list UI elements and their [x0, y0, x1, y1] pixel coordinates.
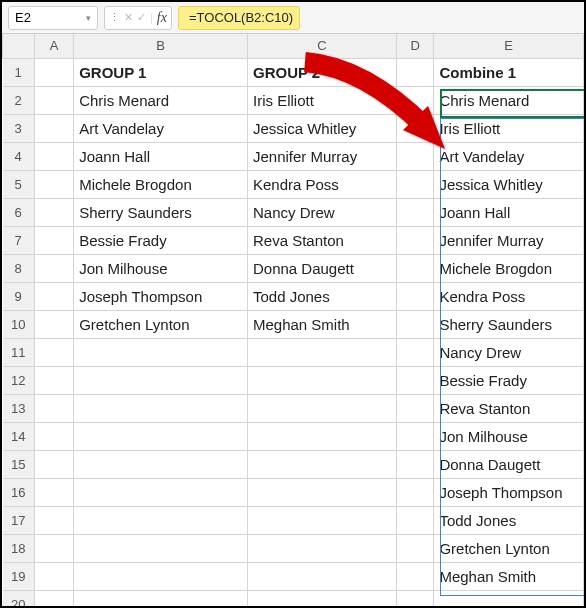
cell-E16[interactable]: Joseph Thompson — [434, 478, 584, 506]
cell-A14[interactable] — [34, 422, 73, 450]
cell-C4[interactable]: Jennifer Murray — [247, 142, 396, 170]
cell-B15[interactable] — [74, 450, 248, 478]
cell-A17[interactable] — [34, 506, 73, 534]
cell-D12[interactable] — [396, 366, 433, 394]
row-header-1[interactable]: 1 — [3, 58, 35, 86]
cell-D13[interactable] — [396, 394, 433, 422]
cell-D11[interactable] — [396, 338, 433, 366]
cell-D15[interactable] — [396, 450, 433, 478]
cell-E2[interactable]: Chris Menard — [434, 86, 584, 114]
cell-D9[interactable] — [396, 282, 433, 310]
cell-B2[interactable]: Chris Menard — [74, 86, 248, 114]
cell-D2[interactable] — [396, 86, 433, 114]
cell-C3[interactable]: Jessica Whitley — [247, 114, 396, 142]
cell-A11[interactable] — [34, 338, 73, 366]
cell-D16[interactable] — [396, 478, 433, 506]
row-header-19[interactable]: 19 — [3, 562, 35, 590]
cell-D7[interactable] — [396, 226, 433, 254]
row-header-14[interactable]: 14 — [3, 422, 35, 450]
cell-C16[interactable] — [247, 478, 396, 506]
cell-E13[interactable]: Reva Stanton — [434, 394, 584, 422]
cell-E5[interactable]: Jessica Whitley — [434, 170, 584, 198]
cell-A3[interactable] — [34, 114, 73, 142]
row-header-20[interactable]: 20 — [3, 590, 35, 606]
cell-A6[interactable] — [34, 198, 73, 226]
cell-E8[interactable]: Michele Brogdon — [434, 254, 584, 282]
row-header-15[interactable]: 15 — [3, 450, 35, 478]
cell-D20[interactable] — [396, 590, 433, 606]
cell-D17[interactable] — [396, 506, 433, 534]
row-header-9[interactable]: 9 — [3, 282, 35, 310]
cell-E9[interactable]: Kendra Poss — [434, 282, 584, 310]
cell-E11[interactable]: Nancy Drew — [434, 338, 584, 366]
cell-A19[interactable] — [34, 562, 73, 590]
cell-E15[interactable]: Donna Daugett — [434, 450, 584, 478]
cell-C5[interactable]: Kendra Poss — [247, 170, 396, 198]
cell-A16[interactable] — [34, 478, 73, 506]
cell-C17[interactable] — [247, 506, 396, 534]
cell-D8[interactable] — [396, 254, 433, 282]
cell-D19[interactable] — [396, 562, 433, 590]
row-header-11[interactable]: 11 — [3, 338, 35, 366]
cell-A18[interactable] — [34, 534, 73, 562]
cell-E10[interactable]: Sherry Saunders — [434, 310, 584, 338]
cell-A9[interactable] — [34, 282, 73, 310]
cell-C10[interactable]: Meghan Smith — [247, 310, 396, 338]
cell-B20[interactable] — [74, 590, 248, 606]
cell-C11[interactable] — [247, 338, 396, 366]
cell-B6[interactable]: Sherry Saunders — [74, 198, 248, 226]
cell-C2[interactable]: Iris Elliott — [247, 86, 396, 114]
cell-C18[interactable] — [247, 534, 396, 562]
cell-C19[interactable] — [247, 562, 396, 590]
cell-B7[interactable]: Bessie Frady — [74, 226, 248, 254]
cell-C20[interactable] — [247, 590, 396, 606]
select-all-corner[interactable] — [3, 34, 35, 58]
cell-B11[interactable] — [74, 338, 248, 366]
cell-D10[interactable] — [396, 310, 433, 338]
cell-C8[interactable]: Donna Daugett — [247, 254, 396, 282]
cell-A4[interactable] — [34, 142, 73, 170]
cell-B12[interactable] — [74, 366, 248, 394]
cell-E6[interactable]: Joann Hall — [434, 198, 584, 226]
cell-B10[interactable]: Gretchen Lynton — [74, 310, 248, 338]
cell-A1[interactable] — [34, 58, 73, 86]
cell-B16[interactable] — [74, 478, 248, 506]
cell-A10[interactable] — [34, 310, 73, 338]
cell-B3[interactable]: Art Vandelay — [74, 114, 248, 142]
cell-B1[interactable]: GROUP 1 — [74, 58, 248, 86]
cell-A13[interactable] — [34, 394, 73, 422]
row-header-13[interactable]: 13 — [3, 394, 35, 422]
cell-E19[interactable]: Meghan Smith — [434, 562, 584, 590]
cell-B9[interactable]: Joseph Thompson — [74, 282, 248, 310]
cell-E1[interactable]: Combine 1 — [434, 58, 584, 86]
cell-D6[interactable] — [396, 198, 433, 226]
col-header-C[interactable]: C — [247, 34, 396, 58]
cell-A20[interactable] — [34, 590, 73, 606]
cell-B4[interactable]: Joann Hall — [74, 142, 248, 170]
cell-E18[interactable]: Gretchen Lynton — [434, 534, 584, 562]
row-header-6[interactable]: 6 — [3, 198, 35, 226]
cancel-icon[interactable]: ✕ — [124, 11, 133, 24]
cell-E12[interactable]: Bessie Frady — [434, 366, 584, 394]
cell-B19[interactable] — [74, 562, 248, 590]
row-header-2[interactable]: 2 — [3, 86, 35, 114]
cell-E4[interactable]: Art Vandelay — [434, 142, 584, 170]
cell-D3[interactable] — [396, 114, 433, 142]
row-header-18[interactable]: 18 — [3, 534, 35, 562]
cell-D18[interactable] — [396, 534, 433, 562]
cell-D1[interactable] — [396, 58, 433, 86]
confirm-icon[interactable]: ✓ — [137, 11, 146, 24]
cell-E14[interactable]: Jon Milhouse — [434, 422, 584, 450]
cell-C7[interactable]: Reva Stanton — [247, 226, 396, 254]
cell-C15[interactable] — [247, 450, 396, 478]
cell-A7[interactable] — [34, 226, 73, 254]
cell-A12[interactable] — [34, 366, 73, 394]
row-header-5[interactable]: 5 — [3, 170, 35, 198]
row-header-3[interactable]: 3 — [3, 114, 35, 142]
cell-B13[interactable] — [74, 394, 248, 422]
cell-B18[interactable] — [74, 534, 248, 562]
cell-D4[interactable] — [396, 142, 433, 170]
row-header-7[interactable]: 7 — [3, 226, 35, 254]
cell-E3[interactable]: Iris Elliott — [434, 114, 584, 142]
cell-B14[interactable] — [74, 422, 248, 450]
